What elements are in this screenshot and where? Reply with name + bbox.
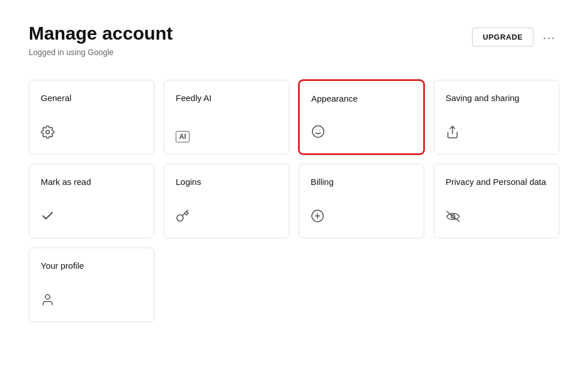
card-mark-as-read[interactable]: Mark as read bbox=[29, 164, 154, 238]
card-general-title: General bbox=[41, 92, 142, 104]
card-appearance-title: Appearance bbox=[311, 92, 412, 105]
card-saving-sharing[interactable]: Saving and sharing bbox=[434, 80, 559, 154]
card-feedly-ai[interactable]: Feedly AIAI bbox=[164, 80, 289, 154]
header-left: Manage account Logged in using Google bbox=[29, 23, 173, 57]
card-privacy-title: Privacy and Personal data bbox=[446, 176, 547, 188]
card-saving-sharing-title: Saving and sharing bbox=[446, 92, 547, 104]
card-privacy[interactable]: Privacy and Personal data bbox=[434, 164, 559, 238]
card-logins-icon bbox=[176, 209, 277, 226]
card-appearance-icon bbox=[311, 125, 412, 142]
card-logins[interactable]: Logins bbox=[164, 164, 289, 238]
more-button[interactable]: ··· bbox=[539, 29, 559, 45]
card-logins-title: Logins bbox=[176, 176, 277, 188]
card-your-profile-title: Your profile bbox=[41, 260, 142, 272]
card-feedly-ai-title: Feedly AI bbox=[176, 92, 277, 104]
page-header: Manage account Logged in using Google UP… bbox=[29, 23, 559, 57]
upgrade-button[interactable]: UPGRADE bbox=[472, 28, 534, 47]
card-billing-title: Billing bbox=[311, 176, 412, 188]
card-mark-as-read-icon bbox=[41, 209, 142, 226]
card-mark-as-read-title: Mark as read bbox=[41, 176, 142, 188]
page-title: Manage account bbox=[29, 23, 173, 44]
svg-point-1 bbox=[312, 126, 324, 137]
card-billing-icon bbox=[311, 209, 412, 226]
header-right: UPGRADE ··· bbox=[472, 28, 559, 47]
card-appearance[interactable]: Appearance bbox=[299, 80, 424, 154]
card-your-profile[interactable]: Your profile bbox=[29, 248, 154, 322]
svg-point-0 bbox=[46, 130, 49, 134]
card-your-profile-icon bbox=[41, 293, 142, 310]
card-feedly-ai-icon: AI bbox=[176, 127, 277, 142]
card-general[interactable]: General bbox=[29, 80, 154, 154]
card-saving-sharing-icon bbox=[446, 125, 547, 142]
page-subtitle: Logged in using Google bbox=[29, 48, 173, 57]
svg-line-9 bbox=[447, 211, 459, 222]
cards-grid: GeneralFeedly AIAIAppearanceSaving and s… bbox=[29, 80, 559, 322]
card-privacy-icon bbox=[446, 210, 547, 226]
svg-point-10 bbox=[45, 295, 50, 299]
card-billing[interactable]: Billing bbox=[299, 164, 424, 238]
card-general-icon bbox=[41, 125, 142, 142]
